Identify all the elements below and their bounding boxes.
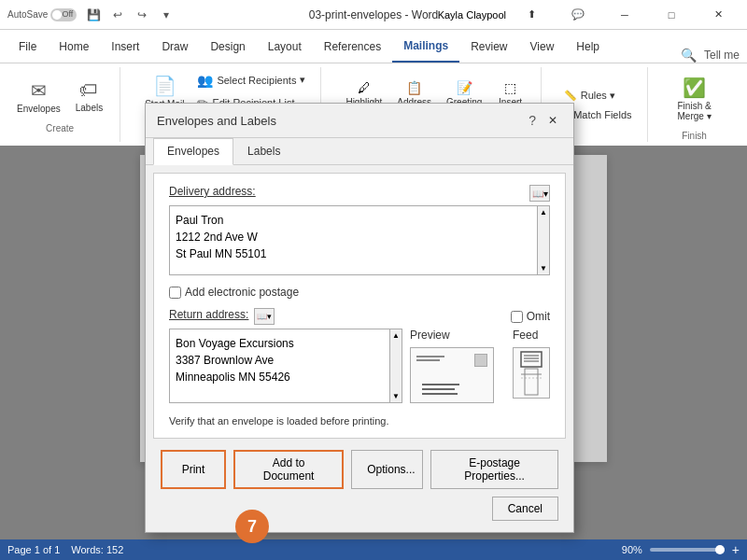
svg-rect-0 xyxy=(521,352,542,367)
return-scroll-up-icon[interactable]: ▲ xyxy=(392,331,400,340)
dialog-controls: ? ✕ xyxy=(529,111,562,130)
return-textarea-row: Bon Voyage Excursions 3387 Brownlow Ave … xyxy=(169,329,550,406)
delivery-address-input[interactable]: Paul Tron 1212 2nd Ave W St Paul MN 5510… xyxy=(169,205,550,275)
from-line-1 xyxy=(416,356,444,357)
dialog-close-button[interactable]: ✕ xyxy=(543,111,562,130)
dialog-body: Delivery address: 📖▾ Paul Tron 1212 2nd … xyxy=(153,173,566,439)
statusbar-left: Page 1 of 1 Words: 152 xyxy=(7,544,123,555)
preview-feed-inner: Preview xyxy=(410,329,550,403)
feed-label: Feed xyxy=(513,329,550,342)
envelopes-labels-dialog: Envelopes and Labels ? ✕ Envelopes Label… xyxy=(145,103,574,533)
return-label: Return address: xyxy=(169,308,248,321)
cancel-button[interactable]: Cancel xyxy=(492,497,558,521)
print-button[interactable]: Print xyxy=(161,450,226,489)
zoom-in-button[interactable]: + xyxy=(732,542,740,557)
from-line-2 xyxy=(416,359,440,361)
return-section: Return address: 📖▾ Omit Bon Voyage Excur… xyxy=(169,308,550,406)
return-address-input[interactable]: Bon Voyage Excursions 3387 Brownlow Ave … xyxy=(169,329,402,403)
feed-svg xyxy=(517,350,545,397)
return-address-book-button[interactable]: 📖▾ xyxy=(254,308,275,325)
step-bubble: 7 xyxy=(235,510,269,543)
statusbar-right: 90% + xyxy=(622,542,740,557)
dialog-overlay: Envelopes and Labels ? ✕ Envelopes Label… xyxy=(0,0,747,560)
word-count: Words: 152 xyxy=(71,544,123,555)
delivery-toolbar: 📖▾ xyxy=(529,185,550,202)
postage-row: Add electronic postage xyxy=(169,286,550,299)
return-scrollbar[interactable]: ▲ ▼ xyxy=(389,329,402,403)
dialog-titlebar: Envelopes and Labels ? ✕ xyxy=(146,104,573,138)
to-line-1 xyxy=(422,384,459,385)
dialog-title: Envelopes and Labels xyxy=(157,114,276,128)
preview-section: Preview xyxy=(410,329,494,403)
cancel-row: Cancel xyxy=(146,497,573,532)
scroll-up-icon[interactable]: ▲ xyxy=(540,208,547,217)
return-scroll-down-icon[interactable]: ▼ xyxy=(392,392,400,400)
statusbar: Page 1 of 1 Words: 152 90% + xyxy=(0,539,747,560)
envelope-preview xyxy=(410,347,494,403)
zoom-thumb[interactable] xyxy=(715,545,725,554)
right-buttons: Options... E-postage Properties... xyxy=(351,450,558,489)
add-postage-label: Add electronic postage xyxy=(185,286,299,299)
dialog-help-button[interactable]: ? xyxy=(529,113,536,128)
to-line-2 xyxy=(422,388,455,390)
add-postage-checkbox-label[interactable]: Add electronic postage xyxy=(169,286,299,299)
to-line-3 xyxy=(422,393,458,395)
return-textarea-container: Bon Voyage Excursions 3387 Brownlow Ave … xyxy=(169,329,402,406)
preview-label: Preview xyxy=(410,329,494,342)
add-postage-checkbox[interactable] xyxy=(169,287,181,299)
delivery-textarea-container: Paul Tron 1212 2nd Ave W St Paul MN 5510… xyxy=(169,205,550,278)
feed-icon xyxy=(513,347,550,399)
zoom-slider[interactable] xyxy=(650,548,725,552)
omit-checkbox-label[interactable]: Omit xyxy=(511,310,550,323)
scroll-down-icon[interactable]: ▼ xyxy=(540,264,547,273)
delivery-label: Delivery address: xyxy=(169,185,256,198)
delivery-header: Delivery address: 📖▾ xyxy=(169,185,550,202)
omit-checkbox[interactable] xyxy=(511,311,523,323)
verify-text: Verify that an envelope is loaded before… xyxy=(169,415,550,427)
delivery-scrollbar[interactable]: ▲ ▼ xyxy=(537,205,550,275)
dialog-tab-labels[interactable]: Labels xyxy=(233,138,294,164)
add-to-document-button[interactable]: Add to Document xyxy=(233,450,344,489)
svg-rect-4 xyxy=(525,369,538,395)
zoom-level: 90% xyxy=(622,544,642,555)
address-book-button[interactable]: 📖▾ xyxy=(529,185,550,202)
envelope-from-area xyxy=(416,356,444,363)
epostage-button[interactable]: E-postage Properties... xyxy=(430,450,558,489)
page-info: Page 1 of 1 xyxy=(7,544,60,555)
dialog-tab-envelopes[interactable]: Envelopes xyxy=(153,138,233,165)
feed-section: Feed xyxy=(513,329,550,403)
options-button[interactable]: Options... xyxy=(351,450,423,489)
envelope-stamp xyxy=(474,354,487,367)
dialog-tabs: Envelopes Labels xyxy=(146,138,573,165)
return-header: Return address: 📖▾ Omit xyxy=(169,308,550,325)
action-buttons: Print Add to Document Options... E-posta… xyxy=(146,450,573,497)
omit-label: Omit xyxy=(527,310,550,323)
preview-feed-section: Preview xyxy=(410,329,550,406)
envelope-to-lines xyxy=(422,384,459,395)
